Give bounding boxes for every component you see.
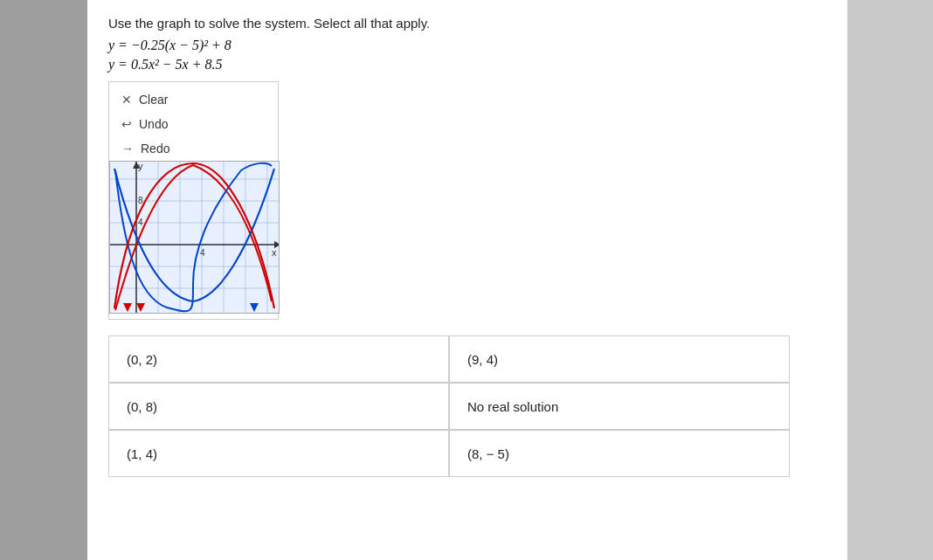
svg-marker-23 [136,303,145,312]
answer-text-4: No real solution [467,399,558,414]
answer-cell-6[interactable]: (8, − 5) [449,430,790,477]
answer-cell-3[interactable]: (0, 8) [108,383,449,430]
svg-text:4: 4 [138,218,143,227]
eq1-text: y = −0.25(x − 5)² + 8 [108,38,232,52]
answer-cell-1[interactable]: (0, 2) [108,335,449,383]
answers-section: (0, 2) (9, 4) (0, 8) No real solution (1… [108,335,790,477]
answer-text-2: (9, 4) [467,352,498,367]
answer-cell-5[interactable]: (1, 4) [108,430,449,477]
answer-text-5: (1, 4) [127,446,157,461]
svg-marker-22 [123,303,132,312]
clear-icon: ✕ [121,93,132,107]
redo-label: Redo [141,142,169,156]
answer-text-6: (8, − 5) [467,446,509,461]
graph-area[interactable]: x y 4 8 4 [109,161,280,314]
clear-button[interactable]: ✕ Clear [109,87,278,112]
undo-label: Undo [139,117,168,131]
equation2: y = 0.5x² − 5x + 8.5 [108,57,826,73]
svg-marker-24 [250,303,259,312]
undo-button[interactable]: ↩ Undo [109,112,278,136]
svg-text:x: x [272,247,277,258]
toolbar: ✕ Clear ↩ Undo → Redo [108,81,279,320]
clear-label: Clear [139,93,168,107]
undo-icon: ↩ [121,117,132,131]
left-sidebar [0,0,87,560]
equation1: y = −0.25(x − 5)² + 8 [108,38,826,53]
answer-text-3: (0, 8) [127,399,157,414]
redo-button[interactable]: → Redo [109,136,278,161]
answer-cell-2[interactable]: (9, 4) [449,335,790,383]
redo-icon: → [121,142,134,156]
svg-text:4: 4 [200,248,205,258]
svg-text:8: 8 [138,196,143,205]
answer-cell-4[interactable]: No real solution [449,383,790,430]
instruction-text: Use the graph to solve the system. Selec… [108,16,826,31]
answer-text-1: (0, 2) [127,352,157,367]
main-card: Use the graph to solve the system. Selec… [87,0,847,560]
svg-text:y: y [138,162,143,171]
graph-svg: x y 4 8 4 [110,162,280,314]
eq2-text: y = 0.5x² − 5x + 8.5 [108,57,223,72]
